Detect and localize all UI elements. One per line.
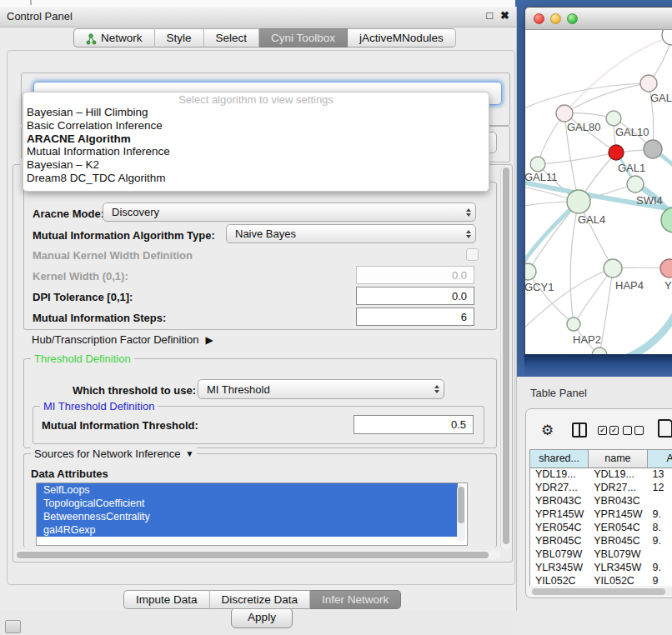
table-cell[interactable]: YBR045C [530, 535, 589, 548]
column-header-shared[interactable]: shared... [530, 450, 589, 468]
table-cell[interactable]: YBL079W [530, 548, 589, 562]
table-cell[interactable]: YIL052C [589, 575, 647, 586]
network-node-SWI4[interactable] [627, 176, 644, 192]
algorithm-option-bayesian-hill-climbing[interactable]: Bayesian – Hill Climbing [23, 106, 489, 119]
table-cell[interactable]: YER054C [530, 522, 589, 535]
apply-button[interactable]: Apply [231, 608, 293, 628]
table-cell[interactable]: YDR27... [589, 482, 647, 495]
table-cell[interactable]: YLR345W [530, 562, 589, 575]
mi-threshold-field[interactable]: 0.5 [354, 415, 474, 434]
algorithm-option-mutual-information-inference[interactable]: Mutual Information Inference [23, 145, 489, 158]
table-horizontal-scrollbar[interactable] [531, 588, 672, 595]
node-table[interactable]: shared...nameAYDL19...YDL19...13YDR27...… [529, 449, 672, 586]
table-cell[interactable]: YBL079W [589, 548, 647, 562]
table-cell[interactable]: YDL19... [589, 468, 647, 482]
attribute-item-selfloops[interactable]: SelfLoops [37, 483, 458, 497]
table-cell[interactable]: YBR045C [589, 535, 647, 548]
network-node-GCY1[interactable] [525, 263, 536, 280]
scrollbar-thumb[interactable] [17, 552, 489, 558]
network-edge[interactable] [624, 312, 672, 356]
manual-kernel-width-checkbox[interactable] [466, 248, 479, 261]
table-cell[interactable]: YBR043C [530, 495, 589, 508]
minimize-traffic-light[interactable] [550, 13, 561, 24]
close-traffic-light[interactable] [534, 13, 544, 24]
algorithm-option-dream8-dc-tdc-algorithm[interactable]: Dream8 DC_TDC Algorithm [23, 172, 489, 185]
network-node-GAL11[interactable] [530, 157, 545, 172]
list-scrollbar[interactable] [457, 485, 465, 542]
table-row[interactable]: YLR345WYLR345W9. [530, 562, 672, 575]
table-row[interactable]: YDR27...YDR27...12 [530, 482, 672, 495]
table-cell[interactable] [647, 495, 672, 508]
bottom-tab-impute-data[interactable]: Impute Data [123, 590, 210, 609]
network-node-GAL80[interactable] [556, 105, 573, 122]
table-cell[interactable]: YPR145W [589, 508, 647, 522]
which-threshold-combo[interactable]: MI Threshold [198, 379, 444, 399]
aracne-mode-combo[interactable]: Discovery [103, 202, 476, 222]
network-node-HAP4[interactable] [604, 259, 622, 278]
settings-vertical-scrollbar[interactable] [500, 167, 510, 550]
network-canvas[interactable]: GALGAL80GAL10GAL1GAL11SWI4GAL4GCY1HAP4YH… [525, 30, 672, 356]
mi-algorithm-type-combo[interactable]: Naive Bayes [226, 224, 476, 243]
table-row[interactable]: YIL052CYIL052C9 [530, 575, 672, 586]
network-edge[interactable] [564, 83, 649, 113]
deselect-all-columns-icon[interactable] [623, 426, 644, 435]
network-node-GAL1[interactable] [609, 145, 624, 160]
attribute-item-topologicalcoefficient[interactable]: TopologicalCoefficient [37, 497, 458, 510]
network-node-GAL4[interactable] [567, 190, 590, 213]
gear-icon[interactable]: ⚙ [541, 422, 554, 439]
network-node-GAL10[interactable] [606, 111, 621, 126]
table-row[interactable]: YBL079WYBL079W [530, 548, 672, 562]
table-cell[interactable]: YER054C [589, 522, 647, 535]
algorithm-dropdown-list[interactable]: Select algorithm to view settings Bayesi… [23, 92, 489, 192]
network-node-gal-top[interactable] [640, 75, 657, 92]
algorithm-option-aracne-algorithm[interactable]: ARACNE Algorithm [23, 132, 489, 146]
network-edge[interactable] [528, 272, 574, 324]
select-all-columns-icon[interactable]: ✓ ✓ [598, 426, 619, 435]
table-cell[interactable]: YDL19... [530, 468, 589, 482]
dpi-tolerance-field[interactable]: 0.0 [356, 287, 474, 305]
table-row[interactable]: YPR145WYPR145W9. [530, 508, 672, 522]
settings-horizontal-scrollbar[interactable] [15, 550, 500, 559]
network-edge[interactable] [599, 268, 613, 355]
scrollbar-thumb[interactable] [532, 588, 665, 595]
tab-jactivemnodules[interactable]: jActiveMNodules [348, 28, 456, 48]
bottom-tab-infer-network[interactable]: Infer Network [310, 590, 401, 609]
network-node-top-cut[interactable] [662, 30, 672, 45]
network-node-gray-node[interactable] [644, 140, 662, 158]
table-row[interactable]: YBR045CYBR045C9. [530, 535, 672, 548]
scrollbar-thumb[interactable] [458, 487, 464, 523]
table-row[interactable]: YER054CYER054C8. [530, 522, 672, 535]
network-node-HAP2[interactable] [567, 318, 580, 331]
table-cell[interactable]: YDR27... [530, 482, 589, 495]
close-icon[interactable]: ✖ [500, 9, 509, 22]
network-edge[interactable] [538, 152, 616, 164]
table-cell[interactable]: YIL052C [530, 575, 589, 586]
tab-network[interactable]: Network [73, 28, 155, 48]
network-window-titlebar[interactable] [525, 8, 672, 30]
zoom-traffic-light[interactable] [567, 13, 578, 24]
hub-definition-expander[interactable]: Hub/Transcription Factor Definition ▶ [32, 333, 213, 346]
table-cell[interactable]: YLR345W [589, 562, 647, 575]
control-panel-titlebar[interactable]: Control Panel □ ✖ [0, 7, 516, 28]
attribute-item-betweennesscentrality[interactable]: BetweennessCentrality [37, 510, 458, 523]
table-cell[interactable]: 12 [647, 482, 672, 495]
table-cell[interactable]: 9 [647, 575, 672, 586]
column-header-a[interactable]: A [648, 450, 672, 468]
tab-select[interactable]: Select [204, 28, 260, 48]
attribute-item-gal4rgexp[interactable]: gal4RGexp [37, 523, 458, 537]
data-attributes-list[interactable]: SelfLoopsTopologicalCoefficientBetweenne… [36, 482, 468, 546]
new-table-icon[interactable] [658, 419, 672, 438]
table-cell[interactable]: 9. [647, 535, 672, 548]
tab-style[interactable]: Style [155, 28, 204, 48]
tab-cyni-toolbox[interactable]: Cyni Toolbox [259, 28, 348, 48]
panel-grip-icon[interactable] [5, 620, 21, 633]
columns-icon[interactable] [572, 422, 587, 438]
kernel-width-field[interactable]: 0.0 [356, 266, 474, 284]
table-cell[interactable]: 13 [647, 468, 672, 482]
scrollbar-thumb[interactable] [503, 168, 509, 544]
column-header-name[interactable]: name [589, 450, 647, 468]
algorithm-option-basic-correlation-inference[interactable]: Basic Correlation Inference [23, 119, 489, 132]
network-node-pink-y[interactable] [660, 259, 672, 278]
table-row[interactable]: YBR043CYBR043C [530, 495, 672, 508]
table-cell[interactable]: YPR145W [530, 508, 589, 522]
